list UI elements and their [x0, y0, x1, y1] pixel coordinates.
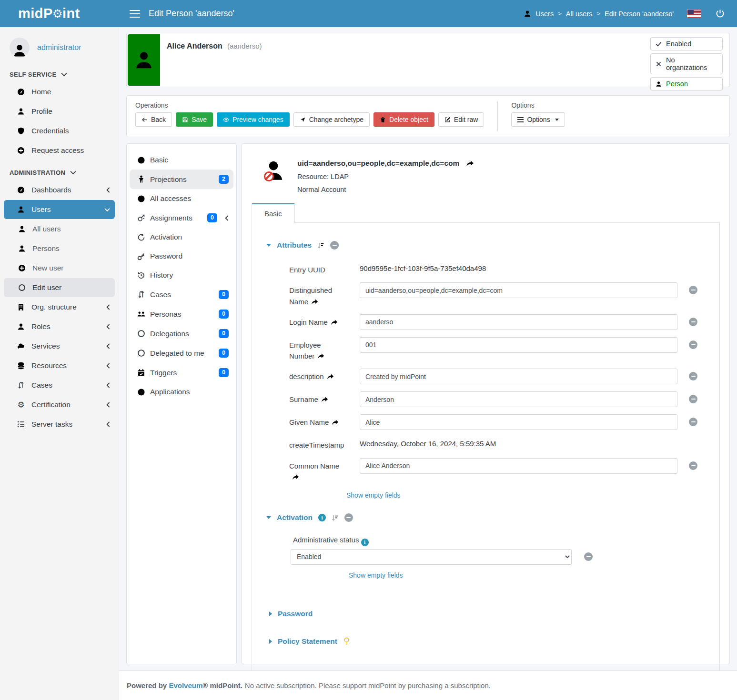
case-icon	[17, 381, 25, 389]
sidebar-item-server-tasks[interactable]: Server tasks	[4, 415, 115, 434]
distinguished-name-input[interactable]	[360, 282, 677, 298]
remove-value-button[interactable]	[584, 552, 593, 561]
preview-changes-button[interactable]: Preview changes	[217, 112, 290, 127]
caret-right-icon	[269, 639, 272, 644]
menu-item-delegations[interactable]: Delegations0	[130, 324, 233, 343]
circle-icon	[137, 195, 145, 203]
sidebar-item-request-access[interactable]: Request access	[4, 141, 115, 160]
export-icon[interactable]	[331, 319, 338, 326]
sidebar-user-link[interactable]: administrator	[37, 43, 81, 52]
common-name-input[interactable]	[360, 458, 677, 474]
tab-basic[interactable]: Basic	[252, 203, 295, 223]
sidebar-item-credentials[interactable]: Credentials	[4, 121, 115, 140]
midpoint-logo[interactable]: midP⚙int	[0, 6, 119, 21]
menu-item-personas[interactable]: Personas0	[130, 304, 233, 324]
breadcrumb-current[interactable]: Edit Person 'aanderso'	[605, 10, 674, 18]
save-button[interactable]: Save	[176, 112, 213, 127]
edit-raw-button[interactable]: Edit raw	[438, 112, 485, 127]
sidebar-item-home[interactable]: Home	[4, 82, 115, 101]
count-badge: 2	[219, 175, 229, 184]
evolveum-link[interactable]: Evolveum	[169, 681, 202, 690]
sidebar-item-services[interactable]: Services	[4, 337, 115, 356]
us-flag-icon[interactable]	[687, 9, 701, 18]
projection-detail-panel: uid=aanderso,ou=people,dc=example,dc=com…	[242, 143, 730, 664]
menu-item-triggers[interactable]: Triggers0	[130, 363, 233, 382]
sort-icon[interactable]	[317, 242, 324, 249]
sidebar-item-persons[interactable]: Persons	[4, 239, 115, 258]
sidebar-header-administration[interactable]: ADMINISTRATION	[4, 160, 115, 180]
sidebar-item-resources[interactable]: Resources	[4, 356, 115, 375]
top-navbar: midP⚙int Edit Person 'aanderso' Users > …	[0, 0, 737, 27]
export-icon[interactable]	[321, 396, 328, 403]
attributes-section-header[interactable]: Attributes	[266, 241, 706, 250]
field-row-create-timestamp: createTimestamp Wednesday, October 16, 2…	[289, 437, 706, 450]
options-dropdown-button[interactable]: Options	[511, 112, 565, 127]
employee-number-input[interactable]	[360, 337, 677, 353]
activation-section-header[interactable]: Activation i	[266, 513, 706, 522]
logout-button[interactable]	[716, 9, 725, 18]
export-icon[interactable]	[292, 474, 299, 480]
breadcrumb-users[interactable]: Users	[535, 10, 554, 18]
sidebar-item-certification[interactable]: ⚙Certification	[4, 395, 115, 414]
menu-item-activation[interactable]: Activation	[130, 228, 233, 247]
login-name-input[interactable]	[360, 314, 677, 330]
export-icon[interactable]	[317, 353, 324, 360]
remove-container-button[interactable]	[344, 513, 353, 522]
remove-value-button[interactable]	[689, 340, 697, 349]
sidebar-header-self-service[interactable]: SELF SERVICE	[4, 62, 115, 82]
back-button[interactable]: Back	[135, 112, 172, 127]
menu-item-history[interactable]: History	[130, 266, 233, 285]
sidebar-item-new-user[interactable]: New user	[4, 259, 115, 278]
share-icon[interactable]	[466, 160, 474, 167]
administrative-status-select[interactable]: Enabled	[291, 549, 572, 565]
remove-container-button[interactable]	[330, 241, 339, 250]
remove-value-button[interactable]	[689, 318, 697, 326]
menu-item-password[interactable]: Password	[130, 247, 233, 266]
lightbulb-icon[interactable]	[343, 637, 350, 645]
remove-value-button[interactable]	[689, 461, 697, 470]
password-section-header[interactable]: Password	[269, 610, 706, 618]
menu-item-assignments[interactable]: Assignments0	[130, 208, 233, 228]
arrow-left-icon	[141, 117, 148, 123]
sidebar-item-roles[interactable]: Roles	[4, 317, 115, 336]
delete-object-button[interactable]: Delete object	[374, 112, 434, 127]
menu-item-all-accesses[interactable]: All accesses	[130, 189, 233, 208]
export-icon[interactable]	[311, 299, 318, 305]
remove-value-button[interactable]	[689, 372, 697, 380]
sidebar-item-edit-user[interactable]: Edit user	[4, 278, 115, 297]
calendar-check-icon	[137, 369, 145, 377]
breadcrumb-all-users[interactable]: All users	[566, 10, 593, 18]
sidebar-item-all-users[interactable]: All users	[4, 220, 115, 239]
sidebar-item-users[interactable]: Users	[4, 200, 115, 219]
projection-resource: Resource: LDAP	[297, 173, 474, 180]
remove-value-button[interactable]	[689, 286, 697, 294]
export-icon[interactable]	[327, 373, 334, 380]
export-icon[interactable]	[332, 419, 339, 426]
policy-statement-section-header[interactable]: Policy Statement	[269, 637, 706, 646]
remove-value-button[interactable]	[689, 418, 697, 426]
surname-input[interactable]	[360, 391, 677, 407]
sort-icon[interactable]	[332, 514, 339, 521]
key-icon	[137, 252, 145, 260]
menu-item-basic[interactable]: Basic	[130, 150, 233, 170]
description-input[interactable]	[360, 369, 677, 384]
tab-body: Attributes Entry UUID 90d9595e-1fcf-103f…	[252, 223, 720, 673]
given-name-input[interactable]	[360, 414, 677, 430]
show-empty-fields-link[interactable]: Show empty fields	[346, 491, 401, 499]
sidebar-item-dashboards[interactable]: Dashboards	[4, 180, 115, 200]
menu-item-cases[interactable]: Cases0	[130, 285, 233, 304]
sidebar-item-cases[interactable]: Cases	[4, 376, 115, 395]
info-icon[interactable]: i	[318, 514, 326, 521]
circle-icon	[137, 388, 145, 396]
menu-item-applications[interactable]: Applications	[130, 382, 233, 401]
show-empty-fields-link[interactable]: Show empty fields	[349, 571, 403, 579]
sidebar-item-org-structure[interactable]: Org. structure	[4, 298, 115, 317]
menu-item-delegated-to-me[interactable]: Delegated to me0	[130, 343, 233, 363]
menu-item-projections[interactable]: Projections2	[130, 170, 233, 189]
sidebar-item-profile[interactable]: Profile	[4, 102, 115, 121]
remove-value-button[interactable]	[689, 395, 697, 403]
info-icon[interactable]: i	[361, 539, 369, 546]
change-archetype-button[interactable]: Change archetype	[293, 112, 370, 127]
main-content: Alice Anderson (aanderso) Enabled No org…	[119, 27, 737, 670]
hamburger-icon[interactable]	[130, 10, 140, 18]
